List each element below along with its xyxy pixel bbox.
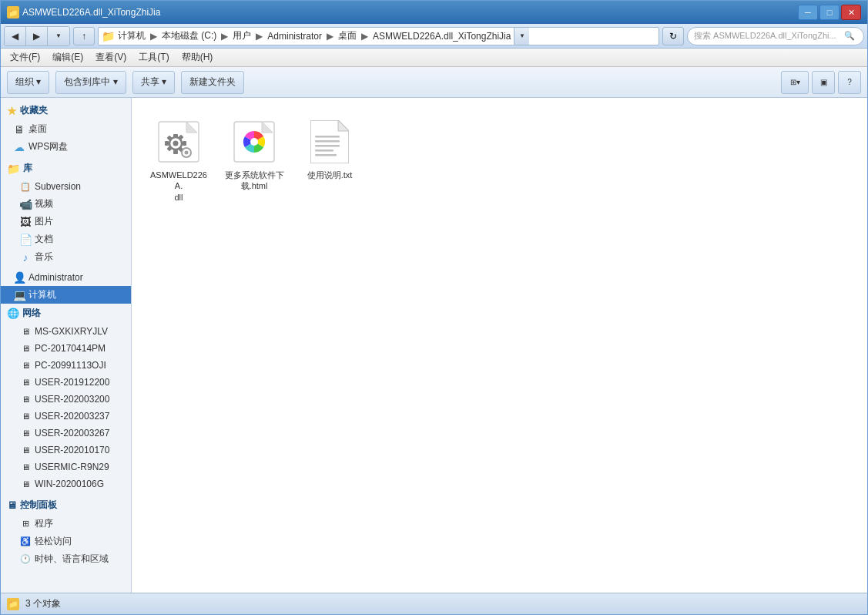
sidebar-item-network-4[interactable]: 🖥 USER-201912200	[1, 374, 131, 391]
sidebar-videos-label: 视频	[35, 197, 53, 210]
view-options-button[interactable]: ⊞▾	[781, 71, 809, 94]
address-dropdown-button[interactable]: ▼	[514, 27, 529, 45]
new-folder-button[interactable]: 新建文件夹	[181, 71, 244, 94]
address-crumb-4: Administrator	[267, 31, 322, 42]
html-file-name: 更多系统软件下载.html	[225, 170, 284, 192]
address-field[interactable]: 📁 计算机 ▶ 本地磁盘 (C:) ▶ 用户 ▶ Administrator ▶…	[98, 27, 659, 45]
videos-icon: 📹	[19, 198, 32, 210]
refresh-button[interactable]: ↻	[662, 27, 684, 45]
txt-file-icon	[305, 117, 354, 166]
status-folder-icon: 📁	[7, 598, 19, 610]
sidebar-item-desktop[interactable]: 🖥 桌面	[1, 120, 131, 138]
menu-edit[interactable]: 编辑(E)	[46, 49, 89, 66]
more-label: 时钟、语言和区域	[35, 553, 109, 566]
network-pc-icon-8: 🖥	[19, 444, 32, 456]
sidebar-item-subversion[interactable]: 📋 Subversion	[1, 178, 131, 195]
sidebar-item-computer[interactable]: 💻 计算机	[1, 286, 131, 304]
share-button[interactable]: 共享 ▾	[132, 71, 175, 94]
sidebar-favorites-header[interactable]: ★ 收藏夹	[1, 101, 131, 120]
sidebar-item-network-10[interactable]: 🖥 WIN-20200106G	[1, 476, 131, 492]
svg-rect-6	[165, 141, 169, 146]
forward-button[interactable]: ▶	[26, 27, 48, 45]
menu-tools[interactable]: 工具(T)	[132, 49, 175, 66]
toolbar: 组织 ▾ 包含到库中 ▾ 共享 ▾ 新建文件夹 ⊞▾ ▣ ?	[1, 67, 867, 98]
dll-file-icon	[154, 117, 203, 166]
sidebar-item-documents[interactable]: 📄 文档	[1, 230, 131, 248]
controlpanel-icon: 🖥	[7, 499, 17, 511]
network-2-label: PC-20170414PM	[35, 343, 106, 354]
sidebar-item-network-7[interactable]: 🖥 USER-202003267	[1, 425, 131, 442]
sidebar-item-administrator[interactable]: 👤 Administrator	[1, 269, 131, 286]
sidebar-item-accessibility[interactable]: ♿ 轻松访问	[1, 533, 131, 550]
network-6-label: USER-202003237	[35, 411, 109, 422]
music-icon: ♪	[19, 251, 32, 264]
library-label: 包含到库中 ▾	[64, 76, 117, 89]
controlpanel-label: 控制面板	[20, 499, 57, 512]
close-button[interactable]: ✕	[841, 5, 861, 20]
help-button[interactable]: ?	[838, 71, 861, 94]
address-crumb-2: 本地磁盘 (C:)	[162, 29, 216, 42]
search-box[interactable]: 搜索 ASMWELD226A.dll_XiTongZhi... 🔍	[687, 27, 864, 45]
menu-file[interactable]: 文件(F)	[4, 49, 46, 66]
back-button[interactable]: ◀	[5, 27, 26, 45]
files-grid: ASMWELD226A.dll	[144, 110, 855, 210]
sidebar-item-network-3[interactable]: 🖥 PC-20991113OJI	[1, 357, 131, 374]
up-button[interactable]: ↑	[73, 27, 95, 45]
network-3-label: PC-20991113OJI	[35, 360, 106, 371]
file-item-txt[interactable]: 使用说明.txt	[295, 110, 364, 187]
sidebar-desktop-label: 桌面	[28, 123, 47, 136]
search-button[interactable]: 🔍	[842, 29, 857, 44]
network-pc-icon-1: 🖥	[19, 325, 32, 338]
details-pane-button[interactable]: ▣	[812, 71, 835, 94]
sidebar-item-network-9[interactable]: 🖥 USERMIC-R9N29	[1, 459, 131, 476]
organize-label: 组织 ▾	[15, 76, 41, 89]
status-count: 3 个对象	[25, 597, 61, 610]
network-9-label: USERMIC-R9N29	[35, 462, 109, 472]
pictures-icon: 🖼	[19, 216, 32, 228]
sidebar-item-programs[interactable]: ⊞ 程序	[1, 515, 131, 533]
sidebar-item-more[interactable]: 🕐 时钟、语言和区域	[1, 550, 131, 568]
sidebar-wps-label: WPS网盘	[28, 140, 68, 153]
svg-rect-22	[315, 150, 333, 152]
window: 📁 ASMWELD226A.dll_XiTongZhiJia ─ □ ✕ ◀ ▶…	[0, 0, 868, 615]
svg-rect-23	[315, 154, 337, 156]
maximize-button[interactable]: □	[819, 5, 840, 20]
sidebar-controlpanel-header[interactable]: 🖥 控制面板	[1, 496, 131, 515]
sidebar-item-network-2[interactable]: 🖥 PC-20170414PM	[1, 340, 131, 357]
file-item-dll[interactable]: ASMWELD226A.dll	[144, 110, 213, 210]
sidebar-item-network-8[interactable]: 🖥 USER-202010170	[1, 442, 131, 459]
library-button[interactable]: 包含到库中 ▾	[55, 71, 126, 94]
nav-button-group: ◀ ▶ ▼	[4, 26, 70, 46]
sidebar-library-header[interactable]: 📁 库	[1, 159, 131, 178]
menu-view[interactable]: 查看(V)	[89, 49, 132, 66]
network-10-label: WIN-20200106G	[35, 479, 104, 489]
desktop-icon: 🖥	[13, 123, 25, 136]
svg-point-3	[173, 141, 179, 146]
sidebar-network-header[interactable]: 🌐 网络	[1, 304, 131, 323]
search-placeholder: 搜索 ASMWELD226A.dll_XiTongZhi...	[694, 30, 839, 42]
sidebar-item-network-1[interactable]: 🖥 MS-GXKIXRYJLV	[1, 323, 131, 340]
sidebar-item-wps[interactable]: ☁ WPS网盘	[1, 138, 131, 156]
svg-rect-4	[173, 134, 178, 138]
programs-icon: ⊞	[19, 518, 32, 530]
sidebar-item-pictures[interactable]: 🖼 图片	[1, 213, 131, 230]
sidebar-item-network-6[interactable]: 🖥 USER-202003237	[1, 408, 131, 425]
html-file-icon	[230, 117, 279, 166]
window-controls: ─ □ ✕	[798, 5, 861, 20]
subversion-icon: 📋	[19, 180, 32, 193]
sidebar-item-network-5[interactable]: 🖥 USER-202003200	[1, 391, 131, 408]
sidebar-item-videos[interactable]: 📹 视频	[1, 195, 131, 213]
network-label: 网络	[22, 307, 41, 320]
programs-label: 程序	[35, 517, 53, 530]
organize-button[interactable]: 组织 ▾	[7, 71, 49, 94]
address-folder-icon: 📁	[102, 30, 115, 42]
minimize-button[interactable]: ─	[798, 5, 818, 20]
address-crumb-1: 计算机	[118, 29, 146, 42]
nav-dropdown-button[interactable]: ▼	[48, 27, 69, 45]
sidebar-item-music[interactable]: ♪ 音乐	[1, 248, 131, 266]
file-item-html[interactable]: 更多系统软件下载.html	[220, 110, 289, 199]
menu-help[interactable]: 帮助(H)	[176, 49, 220, 66]
sidebar-subversion-label: Subversion	[35, 181, 81, 192]
window-icon: 📁	[7, 6, 19, 18]
svg-marker-18	[338, 120, 349, 131]
